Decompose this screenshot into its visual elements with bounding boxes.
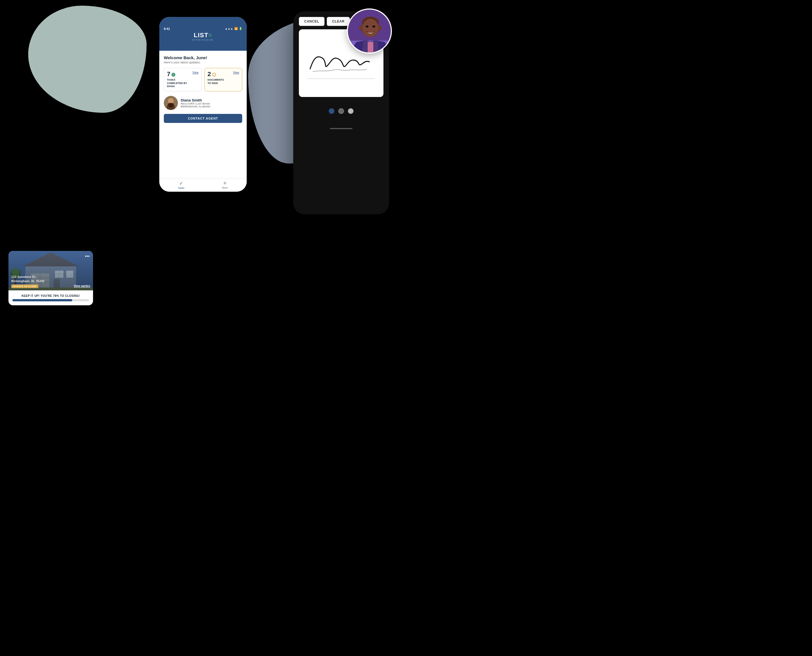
nav-tasks-label: Tasks bbox=[178, 187, 184, 189]
view-tasks-link[interactable]: View bbox=[193, 71, 199, 74]
svg-point-11 bbox=[373, 25, 375, 28]
wifi-icon: 📶 bbox=[234, 27, 238, 30]
agent-avatar bbox=[164, 96, 178, 110]
dot-1[interactable] bbox=[329, 108, 334, 114]
nav-more-label: More bbox=[222, 186, 228, 189]
signature-dots bbox=[293, 108, 389, 114]
dot-3[interactable] bbox=[348, 108, 354, 114]
agent-title-line2: BIRMINGHAM, ALABAMA bbox=[181, 105, 242, 108]
property-image: ••• 123 Sunshine Dr. Birmingham, AL 3524… bbox=[8, 251, 93, 290]
status-bar: 9:41 ▲▲▲ 📶 🔋 bbox=[159, 27, 247, 31]
view-parties-button[interactable]: View parties bbox=[74, 285, 90, 288]
stat-number-tasks: 7 bbox=[167, 71, 170, 77]
signal-icon: ▲▲▲ bbox=[225, 27, 233, 30]
days-badge: 15 DAYS TO CLOSE bbox=[11, 285, 38, 288]
welcome-title: Welcome Back, June! bbox=[164, 55, 242, 60]
progress-label: KEEP IT UP! YOU'RE 78% TO CLOSING! bbox=[12, 294, 89, 297]
check-icon bbox=[172, 73, 175, 77]
blob-teal bbox=[28, 6, 147, 113]
stat-card-tasks: 7 View TASKSCOMPLETED BYDIANA bbox=[164, 68, 202, 91]
agent-info: Diana Smith REALTOR® | LIST BHAM BIRMING… bbox=[181, 98, 242, 108]
contact-agent-button[interactable]: CONTACT AGENT bbox=[164, 114, 242, 123]
battery-icon: 🔋 bbox=[239, 27, 242, 30]
svg-point-10 bbox=[366, 25, 368, 28]
view-docs-link[interactable]: View bbox=[233, 71, 240, 74]
progress-bar-background bbox=[12, 299, 89, 302]
phone-main: 9:41 ▲▲▲ 📶 🔋 LIST≡ BIRMINGHAM Welcome Ba… bbox=[159, 17, 247, 192]
progress-bar-fill bbox=[12, 299, 72, 302]
address-line1: 123 Sunshine Dr. bbox=[11, 275, 45, 279]
logo-list: LIST bbox=[194, 32, 208, 39]
stat-label-docs: DOCUMENTSTO SIGN bbox=[207, 78, 239, 85]
status-time: 9:41 bbox=[164, 27, 170, 31]
clear-button[interactable]: CLEAR bbox=[327, 17, 350, 26]
logo-lines-icon: ≡ bbox=[208, 32, 212, 39]
address-line2: Birmingham, AL 35242 bbox=[11, 279, 45, 283]
cancel-button[interactable]: CANCEL bbox=[299, 17, 325, 26]
status-icons: ▲▲▲ 📶 🔋 bbox=[225, 27, 242, 30]
agent-name: Diana Smith bbox=[181, 98, 242, 102]
home-bar bbox=[330, 128, 353, 129]
property-menu-dots[interactable]: ••• bbox=[85, 254, 90, 259]
nav-tasks[interactable]: ✓ Tasks bbox=[159, 178, 203, 192]
more-nav-icon: ≡ bbox=[224, 181, 226, 186]
stat-card-docs: 2 View DOCUMENTSTO SIGN bbox=[204, 68, 242, 91]
bottom-nav: ✓ Tasks ≡ More bbox=[159, 178, 247, 192]
phone-header: 9:41 ▲▲▲ 📶 🔋 LIST≡ BIRMINGHAM bbox=[159, 17, 247, 51]
nav-more[interactable]: ≡ More bbox=[203, 178, 247, 192]
welcome-subtitle: Here's your latest updates: bbox=[164, 60, 242, 64]
agent-avatar-svg bbox=[164, 96, 178, 110]
logo-area: LIST≡ BIRMINGHAM bbox=[192, 32, 214, 41]
svg-point-9 bbox=[363, 19, 378, 37]
dot-2[interactable] bbox=[338, 108, 344, 114]
tasks-nav-icon: ✓ bbox=[179, 181, 183, 186]
stat-number-docs: 2 bbox=[207, 71, 211, 77]
stats-row: 7 View TASKSCOMPLETED BYDIANA 2 View DOC… bbox=[164, 68, 242, 91]
agent-title-line1: REALTOR® | LIST BHAM bbox=[181, 102, 242, 105]
logo-text: LIST≡ bbox=[194, 32, 212, 38]
property-address: 123 Sunshine Dr. Birmingham, AL 35242 15… bbox=[11, 275, 45, 288]
property-card: ••• 123 Sunshine Dr. Birmingham, AL 3524… bbox=[8, 251, 93, 305]
phone-body: Welcome Back, June! Here's your latest u… bbox=[159, 51, 247, 127]
pending-icon bbox=[212, 73, 216, 77]
property-body: KEEP IT UP! YOU'RE 78% TO CLOSING! bbox=[8, 290, 93, 305]
agent-photo-circle bbox=[347, 8, 392, 54]
agent-card: Diana Smith REALTOR® | LIST BHAM BIRMING… bbox=[164, 96, 242, 110]
stat-label-tasks: TASKSCOMPLETED BYDIANA bbox=[167, 78, 198, 88]
svg-rect-13 bbox=[368, 42, 373, 54]
logo-subtitle: BIRMINGHAM bbox=[192, 39, 214, 41]
